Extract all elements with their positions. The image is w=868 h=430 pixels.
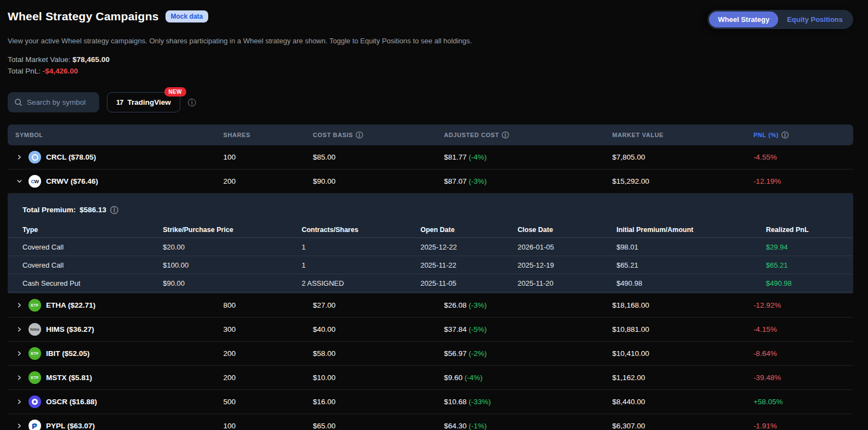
symbol-cell: ETFIBIT ($52.05) — [8, 347, 223, 360]
symbol-cell: ETFMSTX ($5.81) — [8, 371, 223, 384]
expanded-campaign-panel: Total Premium:$586.13ⓘTypeStrike/Purchas… — [8, 194, 853, 293]
shares-cell: 300 — [223, 325, 313, 333]
column-header-shares: SHARES — [223, 132, 313, 138]
tradingview-button[interactable]: 17 TradingView NEW — [107, 92, 180, 112]
column-header-pnl-: PNL (%)ⓘ — [753, 132, 853, 139]
adjusted-cost-cell: $10.68 (-33%) — [444, 398, 612, 406]
shares-cell: 500 — [223, 398, 313, 406]
campaign-column-header-type: Type — [22, 226, 163, 234]
page-title: Wheel Strategy Campaigns — [8, 10, 159, 23]
symbol-cell: PPYPL ($63.07) — [8, 420, 223, 430]
adjusted-cost-cell: $56.97 (-2%) — [444, 349, 612, 358]
expand-toggle[interactable] — [15, 325, 24, 334]
campaign-row: Covered Call$20.0012025-12-222026-01-05$… — [8, 238, 853, 256]
symbol-label: OSCR ($16.88) — [46, 398, 97, 406]
tradingview-info-icon[interactable]: ⓘ — [188, 98, 196, 106]
table-row-hims[interactable]: himsHIMS ($36.27)300$40.00$37.84 (-5%)$1… — [8, 318, 853, 342]
symbol-label: HIMS ($36.27) — [46, 325, 94, 333]
symbol-search[interactable] — [8, 92, 99, 112]
campaign-column-header-realized-pnl: Realized PnL — [766, 226, 853, 234]
toggle-option-equity-positions[interactable]: Equity Positions — [778, 12, 852, 27]
info-icon[interactable]: ⓘ — [356, 132, 363, 139]
adjusted-cost-cell: $81.77 (-4%) — [444, 153, 612, 161]
adjusted-cost-value: $37.84 — [444, 325, 469, 333]
crcl-logo-icon — [28, 151, 41, 163]
table-row-oscr[interactable]: OSCR ($16.88)500$16.00$10.68 (-33%)$8,44… — [8, 390, 853, 414]
etha-etf-logo-icon: ETF — [28, 299, 41, 312]
symbol-label: CRWV ($76.46) — [46, 177, 98, 185]
chevron-right-icon[interactable] — [16, 326, 22, 332]
crwv-logo-icon: CW — [28, 175, 41, 188]
cost-basis-cell: $40.00 — [313, 325, 444, 333]
total-premium-amount: $586.13 — [79, 206, 106, 214]
info-icon[interactable]: ⓘ — [781, 132, 789, 139]
campaign-realized-pnl-cell: $29.94 — [766, 243, 853, 251]
view-toggle: Wheel StrategyEquity Positions — [707, 10, 853, 29]
ring-shape — [32, 399, 38, 405]
total-pnl-amount: -$4,426.00 — [43, 67, 78, 75]
adjusted-cost-value: $81.77 — [444, 153, 469, 161]
cost-basis-cell: $85.00 — [313, 153, 444, 161]
chevron-right-icon[interactable] — [16, 154, 22, 160]
pnl-cell: -4.15% — [753, 325, 853, 333]
adjusted-cost-value: $87.07 — [444, 177, 469, 185]
expand-toggle[interactable] — [15, 349, 24, 358]
positions-table: SYMBOLSHARESCOST BASISⓘADJUSTED COSTⓘMAR… — [8, 125, 853, 430]
campaign-strike-cell: $100.00 — [163, 261, 301, 269]
campaign-realized-pnl-cell: $65.21 — [766, 261, 853, 269]
total-market-value: Total Market Value: $78,465.00 — [8, 54, 853, 65]
table-row-mstx[interactable]: ETFMSTX ($5.81)200$10.00$9.60 (-4%)$1,16… — [8, 366, 853, 390]
ring-shape — [32, 154, 38, 161]
search-input[interactable] — [27, 98, 93, 106]
adjusted-cost-cell: $64.30 (-1%) — [444, 422, 612, 430]
market-value-cell: $6,307.00 — [612, 422, 753, 430]
expand-toggle[interactable] — [15, 422, 24, 430]
expand-toggle[interactable] — [15, 177, 24, 186]
table-row-pypl[interactable]: PPYPL ($63.07)100$65.00$64.30 (-1%)$6,30… — [8, 414, 853, 430]
expand-toggle[interactable] — [15, 153, 24, 162]
expand-toggle[interactable] — [15, 374, 24, 382]
campaign-contracts-cell: 1 — [301, 243, 420, 251]
total-pnl: Total PnL: -$4,426.00 — [8, 65, 853, 77]
new-badge: NEW — [164, 87, 186, 97]
column-header-cost-basis: COST BASISⓘ — [313, 132, 444, 139]
info-icon[interactable]: ⓘ — [502, 132, 510, 139]
chevron-right-icon[interactable] — [16, 375, 22, 381]
table-row-crwv[interactable]: CWCRWV ($76.46)200$90.00$87.07 (-3%)$15,… — [8, 169, 853, 194]
toggle-option-wheel-strategy[interactable]: Wheel Strategy — [709, 12, 778, 27]
adjusted-cost-value: $64.30 — [444, 422, 469, 430]
pnl-cell: -12.92% — [753, 301, 853, 309]
campaign-initial-premium-cell: $98.01 — [616, 243, 766, 251]
campaign-realized-pnl-cell: $490.98 — [766, 279, 853, 287]
column-header-label: ADJUSTED COST — [444, 132, 499, 138]
expand-toggle[interactable] — [15, 398, 24, 406]
market-value-cell: $8,440.00 — [612, 398, 753, 406]
chevron-right-icon[interactable] — [16, 423, 22, 429]
shares-cell: 200 — [223, 177, 313, 185]
total-premium-info-icon[interactable]: ⓘ — [110, 206, 118, 214]
adjusted-cost-cell: $9.60 (-4%) — [444, 374, 612, 382]
mock-data-badge: Mock data — [165, 10, 209, 22]
search-icon — [14, 98, 22, 106]
expand-toggle[interactable] — [15, 301, 24, 310]
chevron-right-icon[interactable] — [16, 302, 22, 308]
adjusted-cost-percent: (-4%) — [465, 374, 483, 382]
market-value-cell: $10,881.00 — [612, 325, 753, 333]
chevron-down-icon[interactable] — [16, 178, 22, 184]
column-header-label: COST BASIS — [313, 132, 353, 138]
toolbar: 17 TradingView NEW ⓘ — [8, 92, 853, 112]
adjusted-cost-percent: (-4%) — [469, 153, 487, 161]
chevron-right-icon[interactable] — [16, 399, 22, 405]
table-row-crcl[interactable]: CRCL ($78.05)100$85.00$81.77 (-4%)$7,805… — [8, 145, 853, 169]
pnl-cell: -1.91% — [753, 422, 853, 430]
chevron-right-icon[interactable] — [16, 350, 22, 357]
mstx-etf-logo-icon: ETF — [28, 371, 41, 384]
market-value-cell: $15,292.00 — [612, 177, 753, 185]
table-row-ibit[interactable]: ETFIBIT ($52.05)200$58.00$56.97 (-2%)$10… — [8, 342, 853, 366]
symbol-label: CRCL ($78.05) — [46, 153, 96, 161]
adjusted-cost-percent: (-33%) — [469, 398, 491, 406]
campaign-open-date-cell: 2025-11-22 — [420, 261, 517, 269]
market-value-cell: $1,162.00 — [612, 374, 753, 382]
shares-cell: 800 — [223, 301, 313, 309]
table-row-etha[interactable]: ETFETHA ($22.71)800$27.00$26.08 (-3%)$18… — [8, 293, 853, 318]
